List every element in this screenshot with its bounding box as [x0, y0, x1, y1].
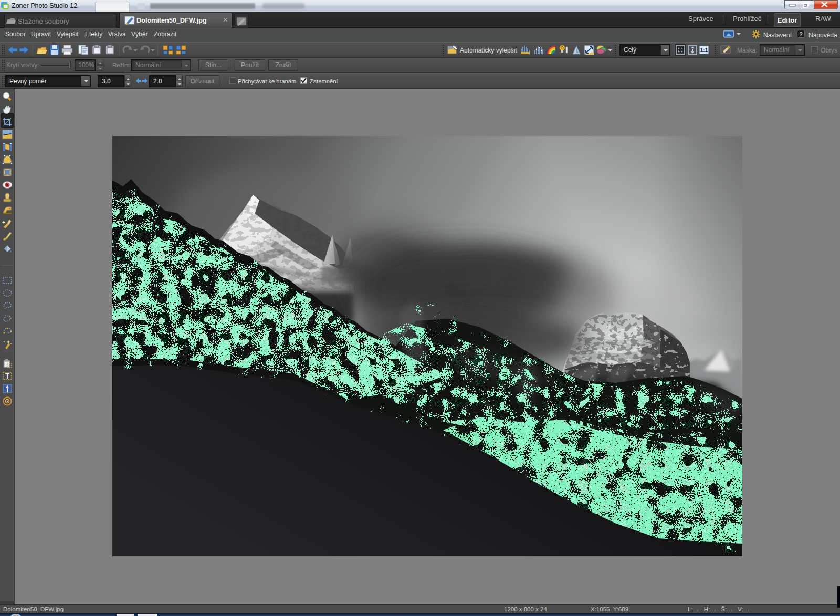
svg-text:1:1: 1:1 — [700, 47, 708, 53]
